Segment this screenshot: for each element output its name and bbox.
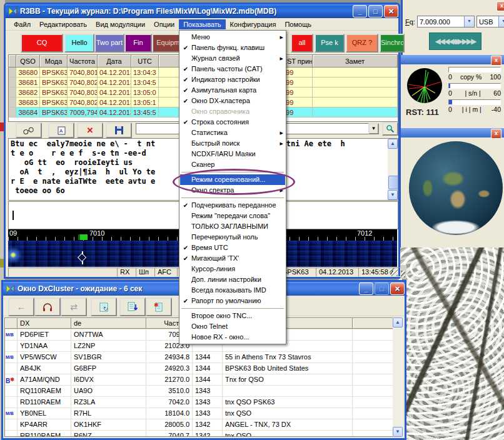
close-icon[interactable]: x [491,56,501,66]
menu-item-Второе окно TNC...[interactable]: Второе окно TNC... [180,311,285,321]
log-header-5[interactable]: UTC [131,55,159,68]
dx-header-0[interactable] [5,318,18,329]
chevron-down-icon[interactable]: ▼ [498,16,504,27]
macro-button-QRZ ?[interactable]: QRZ ? [346,34,378,52]
scroll-up-icon[interactable]: ▲ [393,318,403,328]
dx-spot-row[interactable]: M/BYB0NELR7HL18104.01343tnx QSO [5,408,396,419]
dx-header-6[interactable] [353,318,396,329]
resize-grip[interactable] [390,268,398,276]
log-header-2[interactable]: Мода [40,55,68,68]
menu-item-Индикатор настройки[interactable]: ✔Индикатор настройки [180,74,285,85]
dx-spot-row[interactable]: RR110RAEMR6NZ7040.71342tnx QSO [5,431,396,437]
dx-spot-row[interactable]: AB4JKG6BFP24920.31344BPSK63 Bob United S… [5,363,396,374]
log-header-0[interactable] [9,55,16,68]
menu-item-ТОЛЬКО ЗАГЛАВНЫМИ[interactable]: ТОЛЬКО ЗАГЛАВНЫМИ [180,221,285,232]
menu-item-Курсор-линия[interactable]: Курсор-линия [180,264,285,274]
macro-button-Hello[interactable]: Hello [64,34,94,52]
maximize-button[interactable]: □ [375,282,389,295]
menu-item-Перечеркнутый ноль[interactable]: Перечеркнутый ноль [180,232,285,242]
close-button[interactable]: ✕ [390,282,405,295]
menu-item-Всегда показывать IMD[interactable]: Всегда показывать IMD [180,285,285,296]
new-list-button[interactable]: ✱ [146,298,172,316]
menubar-item-Опции[interactable]: Опции [149,19,179,29]
macro-button-Fin[interactable]: Fin [124,34,152,52]
mode-combobox[interactable]: USB ▼ [476,16,504,28]
log-cell: BPSK63 [40,78,68,88]
azimuthal-earth-map[interactable] [409,141,503,235]
menubar-item-Показывать[interactable]: Показывать [179,19,225,29]
macro-button-all[interactable]: all [291,34,313,52]
scroll-up-icon[interactable]: ▲ [388,139,398,149]
menubar-item-Вид модуляции[interactable]: Вид модуляции [91,19,149,29]
menu-item-Азимутальная карта[interactable]: ✔Азимутальная карта [180,85,285,96]
macro-button-Two part[interactable]: Two part [94,34,124,52]
back-button[interactable]: ← [8,298,34,316]
log-header-1[interactable]: QSO [16,55,40,68]
log-header-9[interactable]: Замет [313,55,398,68]
menubar-item-Помощь[interactable]: Помощь [280,19,316,29]
macro-button-Pse k[interactable]: Pse k [315,34,345,52]
dx-spot-row[interactable]: RD110RAEMRZ3LA7042.01343tnx QSO PSK63 [5,397,396,408]
menu-item-Новое RX - окно...[interactable]: Новое RX - окно... [180,332,285,342]
save-button[interactable] [106,122,132,138]
log-cell: 13:45:5 [131,108,159,118]
menu-item-Панель частоты (CAT)[interactable]: ✔Панель частоты (CAT) [180,64,285,74]
tuning-arrows-pad[interactable]: ◀◀◀◀◆▶▶▶▶ [429,32,481,50]
minimize-button[interactable]: _ [359,282,373,295]
menu-item-Режим "передачи слова"[interactable]: Режим "передачи слова" [180,211,285,221]
scroll-down-icon[interactable]: ▼ [393,427,403,437]
listen-button[interactable] [34,298,61,316]
menu-item-Подчеркивать переданное[interactable]: ✔Подчеркивать переданное [180,200,285,211]
delete-button[interactable]: ✕ [77,122,103,138]
dx-header-1[interactable]: DX [18,318,71,329]
menu-item-Строка состояния[interactable]: ✔Строка состояния [180,117,285,128]
maximize-button[interactable]: □ [368,5,383,18]
menu-item-Журнал связей[interactable]: Журнал связей▶ [180,53,285,64]
menu-item-Время UTC[interactable]: ✔Время UTC [180,242,285,253]
transfer-button[interactable]: ⇄ [61,298,87,316]
menu-item-Быстрый поиск[interactable]: Быстрый поиск▶ [180,138,285,149]
text-page-button[interactable]: A [48,122,74,138]
close-button[interactable]: ✕ [384,5,398,18]
frequency-combobox[interactable]: 7.009.000 ▼ [417,16,475,28]
rx-scrollbar[interactable]: ▲ ▼ [388,139,398,200]
scrollbar-thumb[interactable] [388,176,398,189]
menu-item-Статистика[interactable]: Статистика▶ [180,128,285,138]
search-button[interactable] [382,122,398,136]
dx-header-2[interactable]: de [71,318,146,329]
macro-button-Sinchro[interactable]: Sinchro [380,34,405,52]
menubar-item-Редактировать[interactable]: Редактировать [35,19,91,29]
menu-item-NCDXF/IARU Маяки[interactable]: NCDXF/IARU Маяки [180,149,285,159]
log-header-4[interactable]: Дата [98,55,131,68]
menubar-item-Файл[interactable]: Файл [9,19,35,29]
browse-button[interactable] [16,122,42,138]
menu-item-Окно Telnet[interactable]: Окно Telnet [180,321,285,332]
macro-button-CQ[interactable]: CQ [21,34,63,52]
menubar-item-Конфигурация[interactable]: Конфигурация [226,19,281,29]
scroll-down-icon[interactable]: ▼ [388,190,398,200]
menu-item-Окно DX-кластера[interactable]: ✔Окно DX-кластера [180,96,285,106]
tuning-cursor-icon[interactable] [78,253,86,262]
menu-item-Рапорт по умолчанию[interactable]: ✔Рапорт по умолчанию [180,296,285,306]
map-titlebar[interactable]: x [401,128,504,138]
main-titlebar[interactable]: R3BB - Текущий журнал: D:\Program Files\… [6,4,398,18]
rx-frequency-marker[interactable] [78,234,88,240]
menu-item-Меню[interactable]: Меню▶ [180,32,285,42]
close-icon[interactable]: x [491,129,501,139]
dxcluster-scrollbar[interactable]: ▲ ▼ [393,318,403,437]
log-header-3[interactable]: Частота [68,55,98,68]
dx-spot-row[interactable]: KP4ARROK1HKF28005.01342ANGEL - TNX, 73 D… [5,419,396,431]
menu-item-Доп. линии настройки[interactable]: Доп. линии настройки [180,274,285,285]
dx-spot-row[interactable]: B✱A71AM/QNDI6DVX21270.01344Tnx for QSO [5,374,396,386]
dx-spot-row[interactable]: M/BVP5/W5CWSV1BGR24934.8134455 in Athens… [5,352,396,363]
menu-item-Мигающий 'TX'[interactable]: ✔Мигающий 'TX' [180,253,285,264]
chevron-down-icon[interactable]: ▼ [464,16,474,27]
refresh-button[interactable]: ↻ [91,298,117,316]
indicator-titlebar[interactable]: x [401,55,504,64]
close-icon[interactable]: x [496,1,504,11]
menu-item-Панель функц. клавиш[interactable]: ✔Панель функц. клавиш [180,42,285,53]
get-list-button[interactable] [119,298,146,316]
dx-spot-row[interactable]: RQ110RAEMUA9O3510.01343 [5,386,396,397]
chevron-down-icon[interactable]: ▼ [368,123,379,134]
minimize-button[interactable]: _ [353,5,367,18]
